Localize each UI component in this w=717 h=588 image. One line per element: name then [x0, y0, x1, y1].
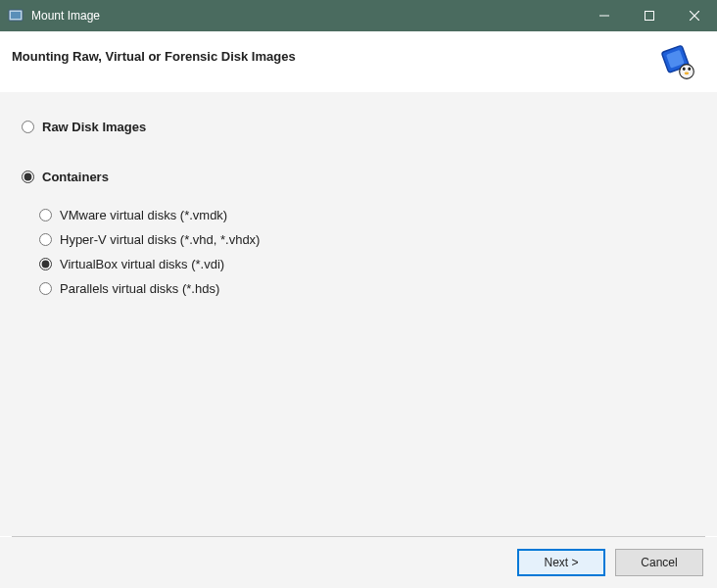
svg-point-8 [680, 65, 694, 79]
svg-rect-1 [11, 12, 21, 19]
option-containers[interactable]: Containers [22, 170, 695, 184]
radio-raw-disk-images[interactable] [22, 121, 34, 133]
label-raw-disk-images: Raw Disk Images [42, 120, 146, 134]
label-vmware: VMware virtual disks (*.vmdk) [60, 208, 227, 222]
option-raw-disk-images[interactable]: Raw Disk Images [22, 120, 695, 134]
svg-point-11 [685, 72, 690, 74]
dialog-content: Raw Disk Images Containers VMware virtua… [0, 92, 717, 536]
app-icon [8, 8, 24, 24]
label-virtualbox: VirtualBox virtual disks (*.vdi) [60, 257, 224, 271]
radio-containers[interactable] [22, 171, 34, 183]
option-vmware[interactable]: VMware virtual disks (*.vmdk) [39, 208, 695, 222]
label-hyperv: Hyper-V virtual disks (*.vhd, *.vhdx) [60, 232, 260, 247]
svg-point-9 [683, 67, 686, 71]
option-hyperv[interactable]: Hyper-V virtual disks (*.vhd, *.vhdx) [39, 232, 695, 247]
svg-rect-3 [645, 12, 654, 21]
container-subgroup: VMware virtual disks (*.vmdk) Hyper-V vi… [22, 208, 695, 306]
cancel-button[interactable]: Cancel [615, 549, 703, 576]
radio-parallels[interactable] [39, 282, 52, 295]
radio-virtualbox[interactable] [39, 258, 52, 270]
wizard-icon [654, 39, 697, 82]
close-button[interactable] [672, 0, 717, 31]
option-parallels[interactable]: Parallels virtual disks (*.hds) [39, 281, 695, 296]
titlebar: Mount Image [0, 0, 717, 31]
minimize-button[interactable] [582, 0, 627, 31]
dialog-header: Mounting Raw, Virtual or Forensic Disk I… [0, 31, 717, 92]
next-button[interactable]: Next > [517, 549, 605, 576]
dialog-heading: Mounting Raw, Virtual or Forensic Disk I… [12, 49, 296, 64]
label-containers: Containers [42, 170, 109, 184]
radio-hyperv[interactable] [39, 233, 52, 246]
radio-vmware[interactable] [39, 209, 52, 221]
option-virtualbox[interactable]: VirtualBox virtual disks (*.vdi) [39, 257, 695, 271]
label-parallels: Parallels virtual disks (*.hds) [60, 281, 219, 296]
window-controls [582, 0, 717, 31]
maximize-button[interactable] [627, 0, 672, 31]
dialog-footer: Next > Cancel [0, 537, 717, 588]
window-title: Mount Image [31, 9, 582, 23]
svg-point-10 [688, 67, 691, 71]
